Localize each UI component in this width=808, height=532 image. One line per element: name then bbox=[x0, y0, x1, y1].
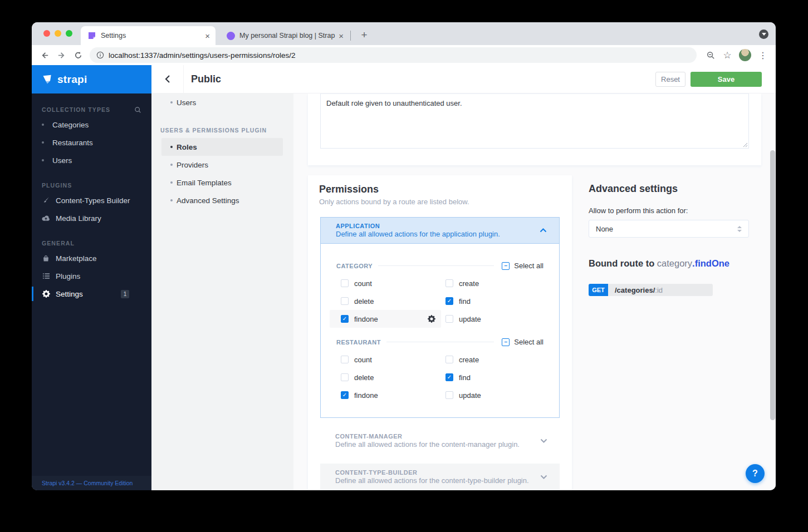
section-title: GENERAL bbox=[42, 240, 141, 247]
select-all-checkbox[interactable]: – bbox=[502, 262, 510, 270]
checkbox-icon[interactable]: ✓ bbox=[341, 279, 349, 287]
content-manager-accordion[interactable]: CONTENT-MANAGER Define all allowed actio… bbox=[320, 427, 560, 454]
profile-avatar[interactable] bbox=[739, 49, 751, 61]
sidebar-item-label: Content-Types Builder bbox=[56, 196, 130, 205]
close-window-button[interactable] bbox=[43, 30, 50, 37]
tab-search-button[interactable] bbox=[759, 29, 768, 39]
subnav-item-label: Email Templates bbox=[177, 179, 232, 187]
subnav-item-users[interactable]: Users bbox=[161, 93, 283, 111]
tab-strapi-blog[interactable]: My personal Strapi blog | Strap × bbox=[220, 26, 349, 45]
application-accordion-header[interactable]: APPLICATION Define all allowed actions f… bbox=[320, 217, 560, 244]
strapi-logo-icon bbox=[42, 74, 53, 85]
back-button-app[interactable] bbox=[151, 65, 184, 93]
tab-strip: Settings × My personal Strapi blog | Str… bbox=[32, 22, 776, 45]
role-description-textarea[interactable]: Default role given to unauthenticated us… bbox=[320, 93, 749, 149]
permission-item-delete[interactable]: ✓ delete bbox=[330, 292, 441, 310]
checkbox-icon[interactable]: ✓ bbox=[445, 315, 453, 323]
search-icon[interactable] bbox=[134, 106, 141, 114]
cloud-upload-icon bbox=[42, 215, 50, 222]
group-name: CATEGORY bbox=[336, 263, 373, 269]
subnav-item-roles[interactable]: Roles bbox=[161, 138, 283, 156]
checkbox-icon[interactable]: ✓ bbox=[341, 356, 349, 363]
checkbox-icon[interactable]: ✓ bbox=[445, 356, 453, 363]
checkbox-icon[interactable]: ✓ bbox=[445, 373, 453, 381]
permission-item-count[interactable]: ✓ count bbox=[330, 274, 441, 292]
fullscreen-window-button[interactable] bbox=[66, 30, 72, 37]
permission-item-count[interactable]: ✓ count bbox=[330, 351, 441, 368]
sidebar-item-users[interactable]: Users bbox=[32, 151, 151, 169]
subnav-item-email-templates[interactable]: Email Templates bbox=[161, 174, 283, 191]
back-button[interactable] bbox=[36, 47, 53, 63]
permission-item-delete[interactable]: ✓ delete bbox=[330, 368, 441, 386]
subnav-item-providers[interactable]: Providers bbox=[161, 156, 283, 174]
sidebar-item-restaurants[interactable]: Restaurants bbox=[32, 134, 151, 151]
checkbox-icon[interactable]: ✓ bbox=[341, 373, 349, 381]
zoom-button[interactable] bbox=[702, 47, 719, 63]
tab-settings[interactable]: Settings × bbox=[81, 26, 216, 45]
sidebar-item-marketplace[interactable]: Marketplace bbox=[32, 249, 151, 267]
checkbox-icon[interactable]: ✓ bbox=[445, 297, 453, 305]
select-all-label[interactable]: Select all bbox=[514, 262, 543, 270]
permission-item-create[interactable]: ✓ create bbox=[441, 351, 550, 368]
group-name: RESTAURANT bbox=[336, 339, 381, 346]
permission-item-update[interactable]: ✓ update bbox=[441, 310, 550, 328]
sidebar-item-categories[interactable]: Categories bbox=[32, 116, 151, 134]
chevron-up-icon bbox=[540, 228, 547, 233]
window-controls[interactable] bbox=[43, 30, 72, 37]
bullet-icon bbox=[170, 199, 173, 201]
sidebar-item-media-library[interactable]: Media Library bbox=[32, 209, 151, 227]
checkbox-icon[interactable]: ✓ bbox=[341, 315, 349, 323]
reload-button[interactable] bbox=[70, 47, 86, 63]
help-button[interactable]: ? bbox=[746, 464, 765, 483]
tab-close-icon[interactable]: × bbox=[335, 31, 349, 41]
permission-settings-gear-icon[interactable] bbox=[428, 315, 435, 323]
sidebar-section-collection-types: COLLECTION TYPES Categories bbox=[32, 104, 151, 169]
sidebar-item-settings[interactable]: Settings 1 bbox=[32, 285, 151, 303]
select-stepper-icon[interactable] bbox=[737, 226, 742, 232]
bullet-icon bbox=[42, 124, 44, 126]
site-info-icon[interactable] bbox=[96, 51, 104, 59]
vertical-scrollbar[interactable] bbox=[770, 150, 775, 420]
permission-item-find[interactable]: ✓ find bbox=[441, 368, 550, 386]
permission-item-find[interactable]: ✓ find bbox=[441, 292, 550, 310]
subnav-item-label: Users bbox=[177, 98, 196, 107]
bookmark-button[interactable]: ☆ bbox=[719, 47, 736, 63]
save-button[interactable]: Save bbox=[691, 72, 762, 87]
tab-divider bbox=[350, 31, 351, 41]
reset-button[interactable]: Reset bbox=[655, 72, 685, 87]
checkbox-icon[interactable]: ✓ bbox=[445, 279, 453, 287]
allow-action-select[interactable]: None bbox=[589, 220, 749, 238]
url-bar[interactable]: localhost:1337/admin/settings/users-perm… bbox=[90, 47, 697, 63]
permission-item-create[interactable]: ✓ create bbox=[441, 274, 550, 292]
settings-subnav: Users USERS & PERMISSIONS PLUGIN Roles P… bbox=[151, 93, 293, 490]
strapi-version-text: Strapi v3.4.2 — Community Edition bbox=[42, 480, 133, 486]
checkbox-icon[interactable]: ✓ bbox=[341, 391, 349, 399]
select-all-checkbox[interactable]: – bbox=[502, 338, 510, 346]
new-tab-button[interactable]: + bbox=[356, 27, 372, 43]
permission-item-findone[interactable]: ✓ findone bbox=[330, 310, 441, 328]
checkbox-icon[interactable]: ✓ bbox=[445, 391, 453, 399]
select-all-label[interactable]: Select all bbox=[514, 338, 543, 346]
tab-close-icon[interactable]: × bbox=[202, 31, 216, 41]
forward-button[interactable] bbox=[53, 47, 70, 63]
resize-grip-icon[interactable] bbox=[743, 142, 748, 147]
permissions-card: Permissions Only actions bound by a rout… bbox=[308, 175, 572, 490]
strapi-logo[interactable]: strapi bbox=[32, 65, 151, 93]
permission-item-update[interactable]: ✓ update bbox=[441, 386, 550, 404]
url-text[interactable]: localhost:1337/admin/settings/users-perm… bbox=[109, 51, 295, 60]
content-type-builder-accordion[interactable]: CONTENT-TYPE-BUILDER Define all allowed … bbox=[320, 464, 560, 490]
sidebar-item-plugins[interactable]: Plugins bbox=[32, 267, 151, 285]
page-header: Public Reset Save bbox=[151, 65, 776, 93]
subnav-item-advanced-settings[interactable]: Advanced Settings bbox=[161, 191, 283, 209]
gear-icon bbox=[42, 290, 50, 298]
sidebar-item-content-types-builder[interactable]: Content-Types Builder bbox=[32, 191, 151, 209]
bullet-icon bbox=[42, 159, 44, 161]
bag-icon bbox=[42, 255, 50, 262]
minimize-window-button[interactable] bbox=[55, 30, 61, 37]
forward-arrow-icon bbox=[57, 51, 66, 60]
browser-menu-button[interactable]: ⋮ bbox=[755, 47, 771, 63]
sidebar-footer[interactable]: Strapi v3.4.2 — Community Edition bbox=[32, 476, 151, 490]
checkbox-icon[interactable]: ✓ bbox=[341, 297, 349, 305]
screen: Settings × My personal Strapi blog | Str… bbox=[0, 0, 808, 532]
permission-item-findone[interactable]: ✓ findone bbox=[330, 386, 441, 404]
